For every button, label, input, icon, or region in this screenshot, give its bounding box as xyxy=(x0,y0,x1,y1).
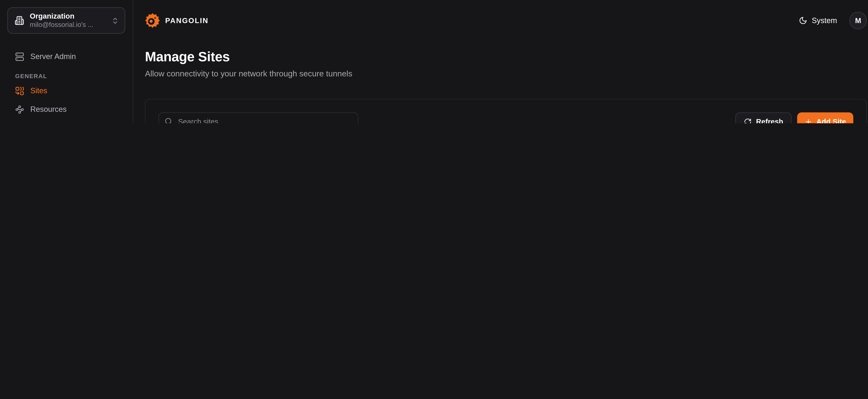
brand: PANGOLIN xyxy=(145,13,209,28)
sidebar-item-domains[interactable]: Domains xyxy=(7,119,125,123)
waypoints-icon xyxy=(15,105,24,114)
org-selector-label: Organization xyxy=(30,12,106,21)
sidebar-item-sites[interactable]: Sites xyxy=(7,82,125,100)
search-wrap xyxy=(158,112,359,123)
org-selector[interactable]: Organization milo@fossorial.io's ... xyxy=(7,7,125,34)
avatar-initial: M xyxy=(855,16,861,25)
avatar[interactable]: M xyxy=(849,12,867,29)
page-head: Manage Sites Allow connectivity to your … xyxy=(133,41,868,79)
server-icon xyxy=(15,52,24,61)
refresh-icon xyxy=(744,118,751,123)
add-site-button[interactable]: Add Site xyxy=(797,112,854,123)
theme-label: System xyxy=(812,16,837,25)
moon-icon xyxy=(799,16,807,25)
page-title: Manage Sites xyxy=(145,48,867,65)
refresh-label: Refresh xyxy=(756,117,783,123)
sidebar-item-server-admin[interactable]: Server Admin xyxy=(7,47,125,66)
org-selector-value: milo@fossorial.io's ... xyxy=(30,21,106,29)
sidebar: Organization milo@fossorial.io's ... Ser… xyxy=(0,0,133,123)
building-icon xyxy=(14,16,24,25)
org-selector-texts: Organization milo@fossorial.io's ... xyxy=(30,12,106,29)
sidebar-item-label: Server Admin xyxy=(30,52,76,61)
plus-icon xyxy=(805,118,812,123)
sidebar-item-label: Resources xyxy=(30,105,67,114)
combine-icon xyxy=(15,86,24,95)
search-icon xyxy=(164,117,173,123)
main-area: PANGOLIN System M Manage Sites Allow con… xyxy=(133,0,868,123)
sidebar-section-general: GENERAL xyxy=(15,72,117,79)
sites-table-card: Refresh Add Site Name Online Site Data I… xyxy=(145,99,867,123)
sidebar-item-resources[interactable]: Resources xyxy=(7,100,125,119)
table-toolbar: Refresh Add Site xyxy=(158,112,854,123)
add-site-label: Add Site xyxy=(816,117,846,123)
sidebar-item-label: Sites xyxy=(30,87,47,95)
toolbar-actions: Refresh Add Site xyxy=(735,112,853,123)
chevrons-up-down-icon xyxy=(111,17,119,24)
sidebar-nav: Server Admin GENERAL Sites Resources Dom xyxy=(7,47,125,123)
brand-name: PANGOLIN xyxy=(165,16,209,25)
pangolin-logo xyxy=(145,13,160,28)
app-window: Organization milo@fossorial.io's ... Ser… xyxy=(0,0,868,123)
search-input[interactable] xyxy=(158,112,359,123)
page-subtitle: Allow connectivity to your network throu… xyxy=(145,68,867,79)
top-bar: PANGOLIN System M xyxy=(133,0,868,41)
refresh-button[interactable]: Refresh xyxy=(735,112,792,123)
theme-toggle[interactable]: System xyxy=(799,16,837,25)
topbar-right: System M xyxy=(799,12,867,29)
